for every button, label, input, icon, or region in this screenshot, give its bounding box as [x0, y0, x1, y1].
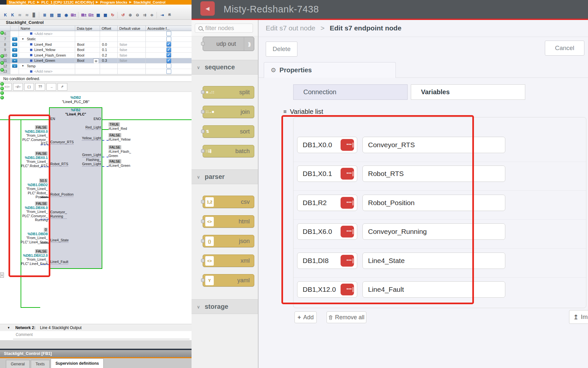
collapse-triangle-icon[interactable]: ▼	[22, 64, 24, 67]
tab-properties[interactable]: ⚙ Properties	[264, 62, 396, 78]
row-name-cell[interactable]: Line4_Red	[19, 42, 75, 47]
palette-node-batch[interactable]: ∷⇶batch	[203, 145, 254, 157]
delete-row-icon[interactable]: K	[9, 12, 16, 18]
header-default[interactable]: Default value	[118, 26, 146, 31]
expand-all-icon[interactable]: ≣	[41, 12, 48, 18]
add-variable-button[interactable]: + Add	[294, 311, 317, 323]
download-to-device-icon[interactable]: ⊞±	[70, 12, 78, 18]
remove-all-button[interactable]: Remove all	[327, 311, 366, 323]
row-name-cell[interactable]: ▼Static	[19, 37, 75, 42]
palette-category-sequence[interactable]: ∨sequence	[192, 60, 258, 75]
add-row-above-icon[interactable]: ≋	[16, 12, 23, 18]
tab-general[interactable]: General	[6, 360, 30, 368]
row-datatype-cell[interactable]: Bool	[75, 47, 100, 53]
accessible-checkbox[interactable]	[166, 37, 171, 42]
table-row[interactable]: 8◂Line4_RedBool0.0false	[0, 42, 192, 47]
reset-start-icon[interactable]: ↻	[109, 12, 118, 18]
open-branch-button[interactable]: →	[46, 83, 56, 91]
palette-node-html[interactable]: <>html	[203, 215, 254, 228]
accessible-checkbox[interactable]	[166, 63, 171, 68]
breadcrumb-item[interactable]: Program blocks	[100, 0, 127, 4]
variable-name-input[interactable]: Conveyor_RTS	[362, 137, 505, 153]
split-view-icon[interactable]: ▥	[56, 12, 62, 18]
breadcrumb-item[interactable]: Stacklight_Control	[134, 0, 166, 4]
tab-connection[interactable]: Connection	[293, 84, 408, 100]
accessible-checkbox[interactable]	[166, 53, 171, 58]
address-helper-button[interactable]: •••	[341, 197, 354, 209]
row-name-cell[interactable]: Line4_Flash_Green	[19, 53, 75, 58]
variable-address-input[interactable]: DB1,R2•••	[297, 195, 357, 211]
keep-values-icon[interactable]: ▊	[31, 12, 39, 18]
table-view-icon[interactable]: ▤	[48, 12, 55, 18]
header-accessible[interactable]: Accessible f...	[146, 26, 192, 31]
row-datatype-cell[interactable]	[75, 37, 100, 42]
row-datatype-cell[interactable]: Bool▤	[75, 58, 100, 64]
address-helper-button[interactable]: •••	[341, 139, 354, 151]
row-name-cell[interactable]: <Add new>	[19, 69, 75, 75]
row-datatype-cell[interactable]	[75, 63, 100, 69]
filter-nodes-input[interactable]: filter nodes	[195, 24, 253, 33]
node-input-port[interactable]	[201, 278, 205, 282]
variable-address-input[interactable]: DB1,X6.0•••	[297, 223, 357, 240]
table-row[interactable]: 7◂▼Static	[0, 37, 192, 42]
variable-name-input[interactable]: Robot_Position	[362, 195, 505, 211]
variable-address-input[interactable]: DB1,X0.0•••	[297, 137, 357, 153]
row-name-cell[interactable]: Line4_Yellow	[19, 47, 75, 53]
node-input-port[interactable]	[201, 200, 205, 203]
empty-box-button[interactable]: ??	[35, 83, 45, 91]
palette-node-xml[interactable]: <>xml	[203, 254, 254, 267]
row-datatype-cell[interactable]	[75, 31, 100, 37]
settings-icon[interactable]: ≑	[148, 12, 157, 18]
contact-nc-button[interactable]: ⊣/⊢	[13, 83, 23, 91]
close-branch-button[interactable]: ↱	[58, 83, 67, 91]
header-offset[interactable]: Offset	[100, 26, 118, 31]
header-name[interactable]: Name	[19, 26, 75, 31]
network-comment[interactable]: Comment	[0, 331, 192, 340]
flowfuse-logo-icon[interactable]: ◄	[200, 1, 215, 16]
row-name-cell[interactable]: Line4_Green	[19, 58, 75, 64]
tab-variables[interactable]: Variables	[411, 84, 525, 100]
import-button[interactable]: ↥ Imp	[569, 310, 588, 324]
table-row[interactable]: 6<Add new>	[0, 31, 192, 37]
row-datatype-cell[interactable]: Bool	[75, 53, 100, 58]
comment-icon[interactable]: ◉	[63, 12, 70, 18]
accessible-checkbox[interactable]	[166, 47, 171, 52]
network2-header[interactable]: ▼ Network 2: Line 4 Stacklight Output	[0, 324, 192, 331]
address-helper-button[interactable]: •••	[341, 226, 354, 237]
accessible-checkbox[interactable]	[166, 69, 171, 74]
node-input-port[interactable]	[201, 219, 205, 223]
network-collapse-icon[interactable]: ▼	[7, 326, 10, 329]
palette-node-join[interactable]: ∷→■join	[203, 106, 254, 118]
row-name-cell[interactable]: ▼Temp	[19, 63, 75, 69]
palette-category-storage[interactable]: ∨storage	[192, 299, 258, 314]
table-row[interactable]: 10◂Line4_Flash_GreenBool0.2false	[0, 53, 192, 58]
row-datatype-cell[interactable]: Bool	[75, 42, 100, 47]
monitor-icon[interactable]: ▦	[95, 12, 102, 18]
node-input-port[interactable]	[201, 149, 205, 153]
accessible-checkbox[interactable]	[166, 31, 171, 36]
cancel-button[interactable]: Cancel	[545, 41, 584, 56]
breadcrumb-item[interactable]: PLC_1 [CPU 1212C AC/DC/Rly]	[42, 0, 94, 4]
snapshot-icon[interactable]: ▩	[102, 12, 109, 18]
delete-button[interactable]: Delete	[266, 42, 297, 57]
palette-node-csv[interactable]: 1,2csv	[203, 196, 254, 208]
variable-name-input[interactable]: Conveyor_Running	[362, 223, 505, 240]
add-row-below-icon[interactable]: ≋	[24, 12, 30, 18]
accessible-checkbox[interactable]	[166, 58, 171, 63]
list-icon[interactable]: ≝	[166, 12, 173, 18]
variable-address-input[interactable]: DB1,DI8•••	[297, 253, 357, 269]
datatype-dropdown-button[interactable]: ▤	[93, 59, 99, 63]
address-helper-button[interactable]: •••	[341, 284, 354, 295]
variable-address-input[interactable]: DB1,X12.0•••	[297, 281, 357, 298]
tab-texts[interactable]: Texts	[31, 360, 50, 368]
copy-down-icon[interactable]: ⊖	[134, 12, 141, 18]
table-row[interactable]: 11◂Line4_GreenBool▤0.3false	[0, 58, 192, 64]
table-row[interactable]: 9◂Line4_YellowBool0.1false	[0, 47, 192, 53]
node-input-port[interactable]	[201, 110, 205, 114]
tab-supervision-definitions[interactable]: Supervision definitions	[51, 359, 104, 368]
palette-node-json[interactable]: {}json	[203, 235, 254, 247]
header-datatype[interactable]: Data type	[75, 26, 100, 31]
reset-stop-icon[interactable]: ↺	[120, 12, 126, 18]
variable-address-input[interactable]: DB1,X0.1•••	[297, 166, 357, 182]
node-input-port[interactable]	[201, 239, 205, 243]
